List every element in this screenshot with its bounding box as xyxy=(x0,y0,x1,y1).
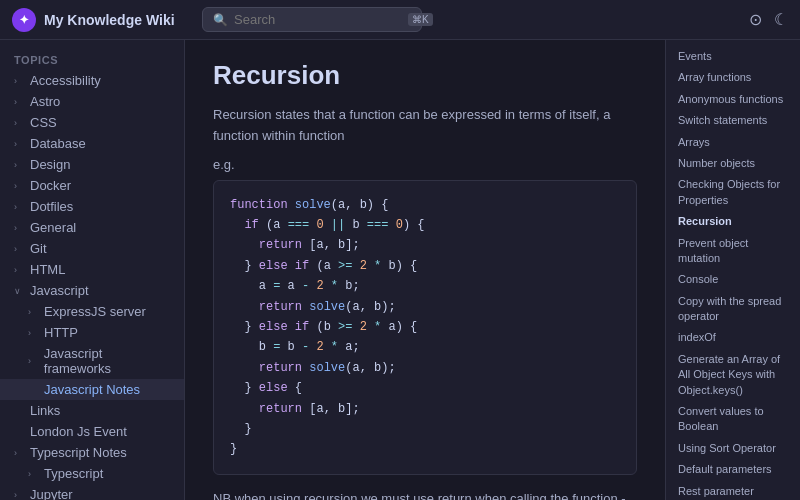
topics-label: Topics xyxy=(0,48,184,70)
chevron-right-icon: › xyxy=(14,490,24,500)
search-bar[interactable]: 🔍 ⌘K xyxy=(202,7,422,32)
sidebar-item-label: Design xyxy=(30,157,70,172)
sidebar-item-label: Javascript Notes xyxy=(44,382,140,397)
chevron-right-icon: › xyxy=(14,181,24,191)
sidebar-item-label: Typescript Notes xyxy=(30,445,127,460)
layout: Topics › Accessibility › Astro › CSS › D… xyxy=(0,40,800,500)
chevron-right-icon: › xyxy=(14,160,24,170)
chevron-right-icon: › xyxy=(28,328,38,338)
search-icon: 🔍 xyxy=(213,13,228,27)
left-sidebar: Topics › Accessibility › Astro › CSS › D… xyxy=(0,40,185,500)
sidebar-item-label: Git xyxy=(30,241,47,256)
sidebar-item-typescript[interactable]: › Typescript xyxy=(0,463,184,484)
toc-item-switch[interactable]: Switch statements xyxy=(666,110,800,131)
page-description: Recursion states that a function can be … xyxy=(213,105,637,147)
chevron-right-icon: › xyxy=(14,244,24,254)
toc-item-generate-array[interactable]: Generate an Array of All Object Keys wit… xyxy=(666,349,800,401)
chevron-right-icon: › xyxy=(14,265,24,275)
toc-item-arrays[interactable]: Arrays xyxy=(666,132,800,153)
toc-item-console[interactable]: Console xyxy=(666,269,800,290)
toc-item-anonymous-functions[interactable]: Anonymous functions xyxy=(666,89,800,110)
sidebar-item-label: CSS xyxy=(30,115,57,130)
sidebar-item-label: Astro xyxy=(30,94,60,109)
sidebar-item-database[interactable]: › Database xyxy=(0,133,184,154)
toc-item-rest-param[interactable]: Rest parameter xyxy=(666,481,800,500)
sidebar-item-label: HTML xyxy=(30,262,65,277)
chevron-right-icon: › xyxy=(28,356,38,366)
sidebar-item-label: Database xyxy=(30,136,86,151)
sidebar-item-docker[interactable]: › Docker xyxy=(0,175,184,196)
sidebar-item-jupyter[interactable]: › Jupyter xyxy=(0,484,184,500)
sidebar-item-expressjs[interactable]: › ExpressJS server xyxy=(0,301,184,322)
toc-item-events[interactable]: Events xyxy=(666,46,800,67)
chevron-right-icon: › xyxy=(14,448,24,458)
sidebar-item-label: Accessibility xyxy=(30,73,101,88)
sidebar-item-label: Javascript xyxy=(30,283,89,298)
chevron-right-icon: › xyxy=(14,223,24,233)
chevron-right-icon: › xyxy=(14,97,24,107)
site-title: My Knowledge Wiki xyxy=(44,12,175,28)
sidebar-item-git[interactable]: › Git xyxy=(0,238,184,259)
sidebar-item-label: Jupyter xyxy=(30,487,73,500)
header: ✦ My Knowledge Wiki 🔍 ⌘K ⊙ ☾ xyxy=(0,0,800,40)
logo-icon: ✦ xyxy=(12,8,36,32)
sidebar-item-label: General xyxy=(30,220,76,235)
toc-item-convert-boolean[interactable]: Convert values to Boolean xyxy=(666,401,800,438)
toc-sidebar: Events Array functions Anonymous functio… xyxy=(665,40,800,500)
sidebar-item-html[interactable]: › HTML xyxy=(0,259,184,280)
sidebar-item-js-notes[interactable]: › Javascript Notes xyxy=(0,379,184,400)
sidebar-item-label: Javascript frameworks xyxy=(44,346,170,376)
sidebar-item-css[interactable]: › CSS xyxy=(0,112,184,133)
chevron-right-icon: › xyxy=(28,307,38,317)
sidebar-item-accessibility[interactable]: › Accessibility xyxy=(0,70,184,91)
main-content: Recursion Recursion states that a functi… xyxy=(185,40,665,500)
page-title: Recursion xyxy=(213,60,637,91)
toc-item-spread-copy[interactable]: Copy with the spread operator xyxy=(666,291,800,328)
toc-item-sort-operator[interactable]: Using Sort Operator xyxy=(666,438,800,459)
chevron-right-icon: › xyxy=(14,118,24,128)
sidebar-item-ts-notes[interactable]: › Typescript Notes xyxy=(0,442,184,463)
note-1: NB when using recursion we must use retu… xyxy=(213,489,637,500)
sidebar-item-label: Links xyxy=(30,403,60,418)
toc-item-recursion[interactable]: Recursion xyxy=(666,211,800,232)
sidebar-item-astro[interactable]: › Astro xyxy=(0,91,184,112)
sidebar-item-label: ExpressJS server xyxy=(44,304,146,319)
sidebar-item-label: London Js Event xyxy=(30,424,127,439)
sidebar-item-label: Dotfiles xyxy=(30,199,73,214)
chevron-right-icon: › xyxy=(14,202,24,212)
toc-item-checking-objects[interactable]: Checking Objects for Properties xyxy=(666,174,800,211)
sidebar-item-label: Docker xyxy=(30,178,71,193)
toc-item-array-functions[interactable]: Array functions xyxy=(666,67,800,88)
sidebar-item-label: HTTP xyxy=(44,325,78,340)
chevron-right-icon: › xyxy=(14,76,24,86)
search-shortcut: ⌘K xyxy=(408,13,433,26)
sidebar-item-js-frameworks[interactable]: › Javascript frameworks xyxy=(0,343,184,379)
toc-item-number-objects[interactable]: Number objects xyxy=(666,153,800,174)
toc-item-prevent-mutation[interactable]: Prevent object mutation xyxy=(666,233,800,270)
sidebar-item-http[interactable]: › HTTP xyxy=(0,322,184,343)
toc-item-indexof[interactable]: indexOf xyxy=(666,327,800,348)
github-icon[interactable]: ⊙ xyxy=(749,10,762,29)
eg-label: e.g. xyxy=(213,157,637,172)
sidebar-item-label: Typescript xyxy=(44,466,103,481)
sidebar-item-javascript[interactable]: ∨ Javascript xyxy=(0,280,184,301)
sidebar-item-london-js[interactable]: › London Js Event xyxy=(0,421,184,442)
theme-toggle[interactable]: ☾ xyxy=(774,10,788,29)
header-actions: ⊙ ☾ xyxy=(749,10,788,29)
sidebar-item-general[interactable]: › General xyxy=(0,217,184,238)
sidebar-item-dotfiles[interactable]: › Dotfiles xyxy=(0,196,184,217)
toc-item-default-params[interactable]: Default parameters xyxy=(666,459,800,480)
chevron-right-icon: › xyxy=(14,139,24,149)
sidebar-item-links[interactable]: › Links xyxy=(0,400,184,421)
chevron-right-icon: › xyxy=(28,469,38,479)
search-input[interactable] xyxy=(234,12,402,27)
sidebar-item-design[interactable]: › Design xyxy=(0,154,184,175)
chevron-down-icon: ∨ xyxy=(14,286,24,296)
code-example: function solve(a, b) { if (a === 0 || b … xyxy=(213,180,637,475)
logo[interactable]: ✦ My Knowledge Wiki xyxy=(12,8,192,32)
